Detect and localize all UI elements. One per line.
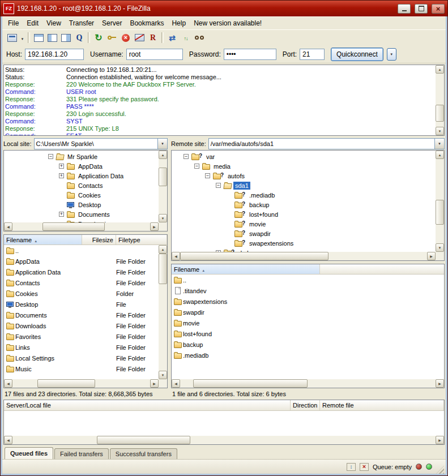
tree-item-cookies[interactable]: Cookies (4, 190, 159, 200)
menu-item-edit[interactable]: Edit (23, 18, 42, 29)
tab-successful-transfers[interactable]: Successful transfers (110, 448, 177, 459)
tree-item-contacts[interactable]: Contacts (4, 181, 159, 190)
tree-item-lost-found[interactable]: lost+found (172, 209, 436, 219)
tree-item-desktop[interactable]: Desktop (4, 200, 159, 209)
cancel-button[interactable] (119, 31, 133, 44)
file-row-music[interactable]: MusicFile Folder (4, 363, 159, 374)
tree-item-media[interactable]: media (172, 161, 436, 171)
file-row-appdata[interactable]: AppDataFile Folder (4, 256, 159, 267)
tree-item-var[interactable]: var (172, 152, 436, 161)
menu-item-view[interactable]: View (42, 18, 65, 29)
combo-dropdown-icon[interactable] (157, 139, 167, 149)
remote-list-hscroll[interactable] (172, 379, 444, 388)
menu-item-file[interactable]: File (4, 18, 23, 29)
scroll-thumb[interactable] (37, 379, 95, 388)
scroll-track[interactable] (12, 436, 436, 444)
toggle-filters-button[interactable] (72, 31, 86, 44)
resize-grip[interactable] (436, 466, 444, 474)
scroll-up-icon[interactable] (436, 151, 444, 159)
combo-dropdown-icon[interactable] (434, 139, 444, 149)
column-header-filetype[interactable]: Filetype (116, 235, 167, 245)
menu-item-new-version-available[interactable]: New version available! (190, 18, 266, 29)
scroll-track[interactable] (159, 159, 167, 214)
file-row-desktop[interactable]: DesktopFile (4, 299, 159, 310)
file-row-contacts[interactable]: ContactsFile Folder (4, 277, 159, 288)
menu-item-bookmarks[interactable]: Bookmarks (126, 18, 168, 29)
menu-item-server[interactable]: Server (98, 18, 126, 29)
file-row-titandev[interactable]: .titandev (172, 285, 444, 296)
scroll-thumb[interactable] (159, 168, 167, 187)
scroll-track[interactable] (180, 252, 427, 260)
file-row-backup[interactable]: backup (172, 339, 444, 350)
file-row-[interactable]: .. (4, 245, 159, 256)
plus-expander-icon[interactable] (59, 164, 64, 169)
file-row-favorites[interactable]: FavoritesFile Folder (4, 331, 159, 342)
file-row-mediadb[interactable]: .mediadb (172, 350, 444, 361)
speedlimit-icon[interactable] (347, 463, 356, 471)
quickconnect-dropdown-button[interactable] (387, 48, 396, 61)
scroll-thumb[interactable] (42, 222, 104, 231)
maximize-button[interactable] (415, 4, 428, 14)
tree-item-appdata[interactable]: AppData (4, 161, 159, 171)
scroll-up-icon[interactable] (159, 245, 167, 254)
remote-tree-hscroll[interactable] (172, 252, 436, 260)
scroll-track[interactable] (12, 379, 150, 388)
queue-hscroll[interactable] (4, 436, 444, 444)
column-header-filesize[interactable]: Filesize (82, 235, 116, 245)
tree-item-swapextensions[interactable]: swapextensions (172, 238, 436, 248)
quickconnect-button[interactable]: Quickconnect (331, 48, 383, 61)
tree-item-movie[interactable]: movie (172, 219, 436, 229)
minus-expander-icon[interactable] (184, 154, 189, 159)
scroll-down-icon[interactable] (159, 371, 167, 379)
minus-expander-icon[interactable] (48, 154, 53, 159)
file-row-documents[interactable]: DocumentsFile Folder (4, 310, 159, 320)
scroll-left-icon[interactable] (172, 252, 180, 260)
tree-item-autofs[interactable]: autofs (172, 171, 436, 181)
tree-item-dvd[interactable]: dvd (172, 248, 436, 252)
file-row-application-data[interactable]: Application DataFile Folder (4, 267, 159, 277)
host-input[interactable] (25, 49, 84, 60)
minus-expander-icon[interactable] (194, 164, 199, 169)
scroll-right-icon[interactable] (436, 436, 444, 444)
scroll-down-icon[interactable] (436, 127, 444, 135)
plus-expander-icon[interactable] (59, 173, 64, 178)
username-input[interactable] (126, 49, 183, 60)
scroll-thumb[interactable] (436, 200, 444, 225)
file-row-swapdir[interactable]: swapdir (172, 307, 444, 318)
scroll-thumb[interactable] (193, 379, 308, 388)
refresh-button[interactable] (92, 31, 105, 44)
message-log-scrollbar[interactable] (436, 65, 444, 135)
file-row-downloads[interactable]: DownloadsFile Folder (4, 320, 159, 331)
scroll-down-icon[interactable] (436, 243, 444, 252)
file-row-lost-found[interactable]: lost+found (172, 328, 444, 339)
queue-body[interactable] (4, 411, 444, 436)
tree-item-application-data[interactable]: Application Data (4, 171, 159, 181)
tree-item-mr-sparkle[interactable]: Mr Sparkle (4, 152, 159, 161)
toggle-message-log-button[interactable] (32, 31, 45, 44)
scroll-right-icon[interactable] (150, 379, 159, 388)
scroll-track[interactable] (436, 159, 444, 243)
tree-item-backup[interactable]: backup (172, 200, 436, 209)
local-site-combo[interactable]: C:\Users\Mr Sparkle\ (34, 138, 168, 149)
scroll-left-icon[interactable] (4, 222, 12, 231)
directory-comparison-button[interactable] (165, 31, 179, 44)
scroll-up-icon[interactable] (436, 65, 444, 74)
column-header-filename[interactable]: Filename (4, 235, 82, 245)
scroll-thumb[interactable] (97, 436, 190, 444)
scroll-left-icon[interactable] (4, 436, 12, 444)
tree-item-sda1[interactable]: sda1 (172, 181, 436, 190)
scroll-thumb[interactable] (180, 252, 328, 260)
scroll-left-icon[interactable] (4, 379, 12, 388)
scroll-track[interactable] (180, 379, 436, 388)
local-list-vscroll[interactable] (159, 245, 167, 379)
file-row-[interactable]: .. (172, 275, 444, 285)
file-row-links[interactable]: LinksFile Folder (4, 342, 159, 353)
local-list-hscroll[interactable] (4, 379, 159, 388)
column-header-remote-file[interactable]: Remote file (320, 400, 444, 410)
find-files-button[interactable] (193, 31, 206, 44)
minus-expander-icon[interactable] (205, 173, 210, 178)
file-row-local-settings[interactable]: Local SettingsFile Folder (4, 353, 159, 363)
tree-item-mediadb[interactable]: .mediadb (172, 190, 436, 200)
scroll-up-icon[interactable] (159, 151, 167, 159)
transfer-status-icon[interactable] (360, 463, 369, 471)
